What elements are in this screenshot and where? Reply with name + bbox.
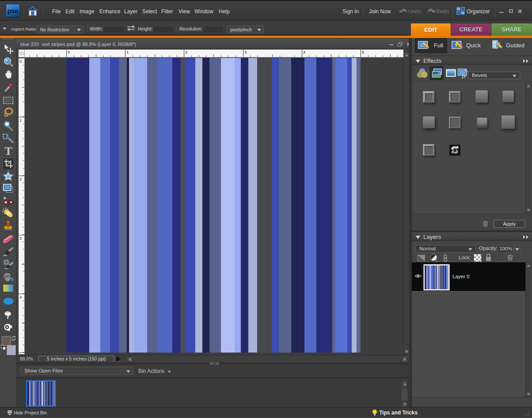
svg-text:fx: fx (462, 73, 466, 79)
